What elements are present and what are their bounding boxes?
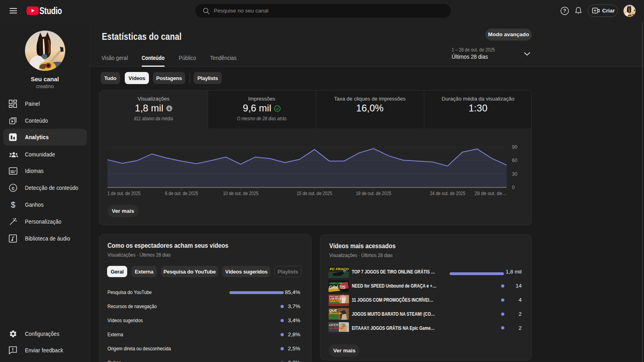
svg-text:0: 0 [512,185,515,190]
svg-text:10 de out. de 2025: 10 de out. de 2025 [223,191,258,196]
svg-text:OFERTA: OFERTA [329,323,343,327]
svg-text:6 de out. de 2025: 6 de out. de 2025 [165,191,198,196]
svg-text:?: ? [563,8,566,14]
svg-text:$: $ [11,200,15,209]
svg-text:28 de out. de…: 28 de out. de… [475,191,507,196]
svg-text:19 de out. de 2025: 19 de out. de 2025 [356,191,391,196]
svg-text:c: c [12,185,14,191]
svg-text:DA SEMANA: DA SEMANA [329,327,343,329]
svg-text:15 de out. de 2025: 15 de out. de 2025 [297,191,332,196]
svg-text:60: 60 [512,158,518,163]
svg-text:1 de out. de 2025: 1 de out. de 2025 [107,191,140,196]
svg-text:PC FRACO: PC FRACO [330,267,349,271]
svg-text:GRÁTIS: GRÁTIS [329,299,340,302]
svg-text:GRÁTIS: GRÁTIS [329,285,346,290]
svg-text:90: 90 [512,144,518,150]
svg-text:MARAVILHA!: MARAVILHA! [329,312,342,315]
svg-text:UNBOUND: UNBOUND [329,282,343,285]
svg-text:24 de out. de 2025: 24 de out. de 2025 [430,191,465,196]
svg-text:30: 30 [512,171,518,177]
